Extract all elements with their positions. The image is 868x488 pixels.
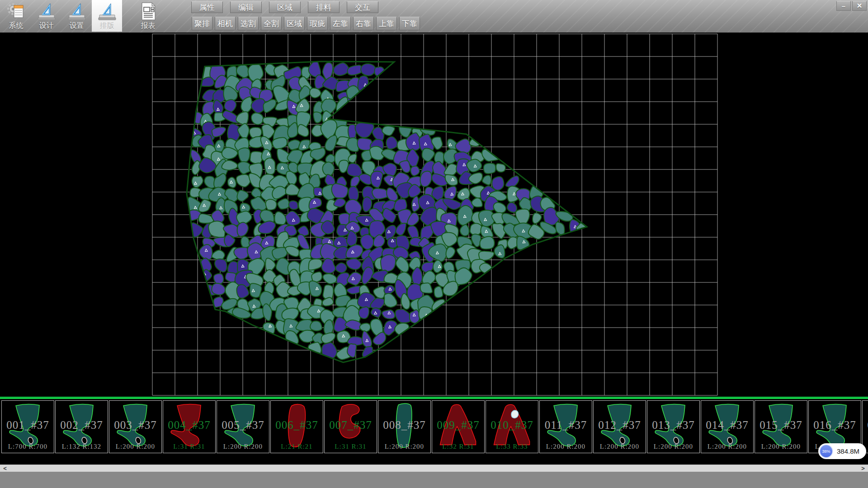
- part-name: 007_#37: [325, 419, 377, 432]
- part-name: 009_#37: [432, 419, 484, 432]
- nesting-app-window: 系统 设计 设置 排版 报表 属性编辑区域排料交互 聚排相机选割全: [0, 0, 868, 488]
- parts-strip: 001_#37 L:700 R:700 002_#37 L:132 R:132 …: [0, 397, 868, 465]
- part-thumbnail-13[interactable]: 013_#37 L:200 R:200: [647, 400, 700, 453]
- tool-button-10[interactable]: 下靠: [399, 17, 420, 30]
- status-bar: [0, 472, 868, 488]
- set-square-icon: [97, 1, 117, 21]
- menu-tab-3[interactable]: 区域: [269, 1, 301, 13]
- set-square-icon: [37, 1, 57, 21]
- close-button[interactable]: ✕: [852, 1, 867, 11]
- part-thumbnail-4[interactable]: 004_#37 L:31 R:31: [163, 400, 216, 453]
- memory-value: 384.8M: [837, 443, 859, 459]
- part-name: 008_#37: [378, 419, 430, 432]
- memory-percent-badge: 38%: [819, 444, 833, 458]
- part-name: 014_#37: [701, 419, 753, 432]
- part-thumbnail-12[interactable]: 012_#37 L:200 R:200: [593, 400, 646, 453]
- part-counts: L:200 R:200: [647, 443, 699, 450]
- part-name: 013_#37: [647, 419, 699, 432]
- tool-button-7[interactable]: 左靠: [330, 17, 351, 30]
- app-label: 排版: [100, 21, 114, 30]
- part-counts: L:200 R:200: [109, 443, 161, 450]
- menu-tab-2[interactable]: 编辑: [230, 1, 262, 13]
- tool-button-8[interactable]: 右靠: [353, 17, 374, 30]
- part-name: 015_#37: [755, 419, 807, 432]
- tool-button-9[interactable]: 上靠: [376, 17, 397, 30]
- system-gear-icon: [6, 1, 26, 21]
- part-name: 005_#37: [217, 419, 269, 432]
- part-counts: L:200 R:200: [378, 443, 430, 450]
- window-controls: – ✕: [836, 1, 867, 11]
- part-name: 004_#37: [163, 419, 215, 432]
- horizontal-scrollbar[interactable]: < >: [0, 465, 868, 472]
- strip-separator: [0, 397, 868, 399]
- app-label: 设置: [70, 21, 84, 30]
- menu-tabs: 属性编辑区域排料交互: [191, 1, 378, 13]
- app-label: 系统: [9, 21, 24, 30]
- menu-tab-5[interactable]: 交互: [347, 1, 378, 13]
- part-thumbnail-11[interactable]: 011_#37 L:200 R:200: [539, 400, 592, 453]
- part-counts: L:31 R:31: [325, 443, 377, 450]
- part-counts: L:700 R:700: [2, 443, 54, 450]
- part-counts: L:200 R:200: [701, 443, 753, 450]
- part-counts: L:33 R:33: [486, 443, 538, 450]
- part-counts: L:200 R:200: [594, 443, 646, 450]
- scroll-right-arrow[interactable]: >: [859, 465, 867, 472]
- toolbar: 系统 设计 设置 排版 报表 属性编辑区域排料交互 聚排相机选割全: [0, 0, 868, 33]
- report-document-icon: [138, 1, 158, 21]
- set-square-icon: [67, 1, 87, 21]
- part-name: 011_#37: [540, 419, 592, 432]
- scroll-left-arrow[interactable]: <: [1, 465, 9, 472]
- part-name: 002_#37: [56, 419, 108, 432]
- app-button-2[interactable]: 设计: [31, 0, 61, 32]
- tool-button-2[interactable]: 相机: [215, 17, 236, 30]
- part-thumbnail-6[interactable]: 006_#37 L:21 R:21: [270, 400, 323, 453]
- part-counts: L:200 R:200: [755, 443, 807, 450]
- menu-tab-1[interactable]: 属性: [191, 1, 223, 13]
- part-counts: L:32 R:31: [432, 443, 484, 450]
- minimize-button[interactable]: –: [836, 1, 851, 11]
- part-name: 001_#37: [2, 419, 54, 432]
- part-name: 006_#37: [271, 419, 323, 432]
- part-counts: L:21 R:21: [271, 443, 323, 450]
- tool-button-3[interactable]: 选割: [238, 17, 259, 30]
- part-thumbnail-7[interactable]: 007_#37 L:31 R:31: [324, 400, 377, 453]
- app-button-4[interactable]: 排版: [92, 0, 122, 32]
- part-name: 016_#37: [809, 419, 861, 432]
- part-thumbnail-10[interactable]: 010_#37 L:33 R:33: [486, 400, 538, 453]
- part-thumbnail-5[interactable]: 005_#37 L:200 R:200: [217, 400, 269, 453]
- part-thumbnail-1[interactable]: 001_#37 L:700 R:700: [1, 400, 54, 453]
- app-button-3[interactable]: 设置: [61, 0, 92, 32]
- part-name: 010_#37: [486, 419, 538, 432]
- part-name: 012_#37: [594, 419, 646, 432]
- part-thumbnail-8[interactable]: 008_#37 L:200 R:200: [378, 400, 431, 453]
- part-counts: L:200 R:200: [540, 443, 592, 450]
- part-thumbnail-14[interactable]: 014_#37 L:200 R:200: [701, 400, 754, 453]
- app-label: 报表: [141, 21, 156, 30]
- tool-button-5[interactable]: 区域: [284, 17, 305, 30]
- tool-buttons: 聚排相机选割全割区域瑕疵左靠右靠上靠下靠: [192, 17, 420, 30]
- part-counts: L:132 R:132: [56, 443, 108, 450]
- part-name: 017_#37: [863, 419, 868, 432]
- tool-button-1[interactable]: 聚排: [192, 17, 212, 30]
- nesting-canvas[interactable]: [0, 33, 868, 397]
- app-switcher: 系统 设计 设置 排版 报表: [1, 0, 163, 33]
- memory-badge[interactable]: 38% 384.8M: [818, 443, 866, 459]
- part-thumbnail-3[interactable]: 003_#37 L:200 R:200: [109, 400, 162, 453]
- app-label: 设计: [39, 21, 54, 30]
- app-button-5[interactable]: 报表: [133, 0, 163, 32]
- part-thumbnail-15[interactable]: 015_#37 L:200 R:200: [755, 400, 807, 453]
- part-thumbnail-2[interactable]: 002_#37 L:132 R:132: [55, 400, 108, 453]
- part-thumbnail-9[interactable]: 009_#37 L:32 R:31: [432, 400, 485, 453]
- part-name: 003_#37: [109, 419, 161, 432]
- nested-pieces: [185, 60, 592, 361]
- part-counts: L:200 R:200: [217, 443, 269, 450]
- tool-button-4[interactable]: 全割: [261, 17, 282, 30]
- app-button-1[interactable]: 系统: [1, 0, 31, 32]
- tool-button-6[interactable]: 瑕疵: [307, 17, 328, 30]
- menu-tab-4[interactable]: 排料: [308, 1, 340, 13]
- part-counts: L:31 R:31: [163, 443, 215, 450]
